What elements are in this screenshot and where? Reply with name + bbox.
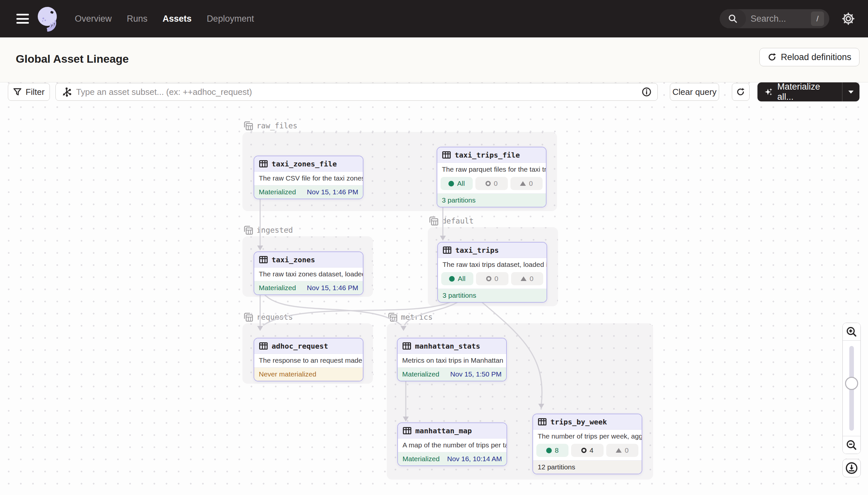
table-icon — [259, 255, 268, 264]
partitions-materialized-pill[interactable]: All — [441, 272, 473, 285]
asset-description: The number of trips per week, aggreg... — [533, 430, 642, 443]
page-header: Global Asset Lineage Reload definitions — [0, 37, 868, 82]
query-info-icon[interactable] — [642, 87, 652, 97]
asset-status-footer: Materialized Nov 15, 1:46 PM — [254, 281, 363, 294]
clear-query-button[interactable]: Clear query — [670, 83, 719, 101]
asset-status-footer: Materialized Nov 15, 1:46 PM — [254, 185, 363, 199]
status-label: Materialized — [259, 284, 296, 292]
partition-health-pills: 8 4 0 — [533, 443, 642, 460]
asset-status-footer: Materialized Nov 15, 1:50 PM — [397, 367, 506, 381]
asset-query-input[interactable] — [76, 87, 642, 97]
settings-gear-icon[interactable] — [842, 12, 855, 25]
chevron-down-icon — [848, 90, 854, 94]
partitions-materialized-pill[interactable]: 8 — [536, 444, 568, 457]
reload-definitions-button[interactable]: Reload definitions — [759, 48, 860, 66]
asset-node-taxi-trips[interactable]: taxi_trips The raw taxi trips dataset, l… — [437, 242, 547, 303]
partitions-failed-pill[interactable]: 0 — [511, 272, 543, 285]
status-timestamp[interactable]: Nov 15, 1:50 PM — [450, 370, 501, 378]
group-icon — [243, 121, 253, 131]
page-title: Global Asset Lineage — [16, 52, 129, 65]
asset-description: The raw parquet files for the taxi trips… — [437, 163, 546, 176]
missing-ring-icon — [485, 181, 491, 186]
table-icon — [402, 341, 411, 351]
missing-ring-icon — [486, 276, 491, 281]
zoom-slider-handle[interactable] — [845, 377, 858, 390]
group-icon — [243, 312, 253, 322]
asset-name: taxi_zones_file — [272, 160, 337, 168]
partitions-count: 3 partitions — [442, 196, 476, 204]
failed-triangle-icon — [616, 448, 622, 453]
download-image-button[interactable] — [843, 459, 861, 477]
asset-status-footer: 3 partitions — [438, 289, 547, 302]
zoom-slider[interactable] — [843, 341, 861, 436]
asset-node-taxi-zones[interactable]: taxi_zones The raw taxi zones dataset, l… — [253, 252, 364, 295]
asset-status-footer: Materialized Nov 16, 10:14 AM — [398, 452, 507, 465]
asset-node-manhattan-map[interactable]: manhattan_map A map of the number of tri… — [397, 423, 507, 466]
zoom-in-icon — [846, 326, 857, 338]
asset-subset-icon — [62, 87, 72, 97]
asset-name: manhattan_stats — [415, 342, 480, 350]
group-label-requests[interactable]: requests — [243, 312, 293, 322]
search-icon — [720, 9, 746, 28]
refresh-graph-button[interactable] — [732, 83, 749, 101]
nav-overview[interactable]: Overview — [75, 14, 112, 24]
partition-health-pills: All 0 0 — [437, 176, 546, 193]
asset-node-trips-by-week[interactable]: trips_by_week The number of trips per we… — [532, 414, 642, 474]
status-timestamp[interactable]: Nov 16, 10:14 AM — [447, 455, 502, 463]
asset-description: Metrics on taxi trips in Manhattan — [397, 354, 506, 367]
asset-status-footer: 12 partitions — [533, 460, 642, 474]
dagster-logo-icon[interactable] — [36, 6, 61, 36]
asset-node-manhattan-stats[interactable]: manhattan_stats Metrics on taxi trips in… — [397, 338, 507, 381]
group-label-ingested[interactable]: ingested — [243, 225, 293, 235]
group-label-raw-files[interactable]: raw_files — [243, 121, 298, 131]
zoom-out-icon — [846, 440, 857, 451]
partitions-missing-pill[interactable]: 0 — [475, 177, 508, 190]
asset-description: The raw taxi trips dataset, loaded into … — [438, 258, 547, 271]
failed-triangle-icon — [520, 181, 526, 186]
asset-query-field — [55, 83, 658, 101]
lineage-toolbar: Filter — [0, 83, 868, 103]
asset-node-taxi-zones-file[interactable]: taxi_zones_file The raw CSV file for the… — [253, 156, 364, 199]
asset-name: adhoc_request — [272, 342, 328, 350]
partitions-failed-pill[interactable]: 0 — [510, 177, 543, 190]
materialize-all-button[interactable]: Materialize all... — [758, 82, 842, 102]
partitions-materialized-pill[interactable]: All — [441, 177, 473, 190]
group-icon — [429, 216, 439, 226]
search-input[interactable]: Search... / — [720, 9, 829, 28]
zoom-controls — [843, 323, 861, 454]
missing-ring-icon — [581, 448, 587, 453]
top-app-bar: Overview Runs Assets Deployment Search..… — [0, 0, 868, 37]
table-icon — [403, 426, 412, 435]
search-placeholder: Search... — [750, 14, 811, 24]
asset-node-taxi-trips-file[interactable]: taxi_trips_file The raw parquet files fo… — [437, 147, 547, 207]
table-icon — [442, 150, 451, 159]
group-label-default[interactable]: default — [429, 216, 474, 226]
asset-node-adhoc-request[interactable]: adhoc_request The response to an request… — [253, 338, 364, 381]
zoom-in-button[interactable] — [843, 323, 861, 341]
status-label: Never materialized — [259, 370, 316, 378]
status-timestamp[interactable]: Nov 15, 1:46 PM — [307, 284, 358, 292]
partitions-missing-pill[interactable]: 0 — [476, 272, 508, 285]
status-timestamp[interactable]: Nov 15, 1:46 PM — [307, 188, 358, 196]
primary-nav: Overview Runs Assets Deployment — [75, 14, 254, 24]
nav-runs[interactable]: Runs — [127, 14, 148, 24]
nav-assets[interactable]: Assets — [163, 14, 192, 24]
partitions-failed-pill[interactable]: 0 — [606, 444, 638, 457]
status-label: Materialized — [259, 188, 296, 196]
asset-description: The raw taxi zones dataset, loaded int..… — [254, 268, 363, 281]
partitions-missing-pill[interactable]: 4 — [571, 444, 603, 457]
group-label-metrics[interactable]: metrics — [388, 312, 433, 322]
reload-icon — [768, 52, 777, 62]
lineage-canvas[interactable]: Filter — [0, 82, 868, 495]
zoom-out-button[interactable] — [843, 436, 861, 454]
nav-deployment[interactable]: Deployment — [207, 14, 254, 24]
materialize-options-caret[interactable] — [843, 90, 860, 94]
asset-description: The raw CSV file for the taxi zones dat.… — [254, 172, 363, 185]
hamburger-menu-icon[interactable] — [16, 14, 29, 24]
table-icon — [259, 159, 268, 168]
materialize-all-button-group: Materialize all... — [758, 82, 860, 101]
filter-button[interactable]: Filter — [8, 83, 50, 101]
partition-health-pills: All 0 0 — [438, 271, 547, 289]
asset-name: taxi_trips — [455, 246, 499, 254]
partitions-count: 12 partitions — [538, 463, 575, 471]
